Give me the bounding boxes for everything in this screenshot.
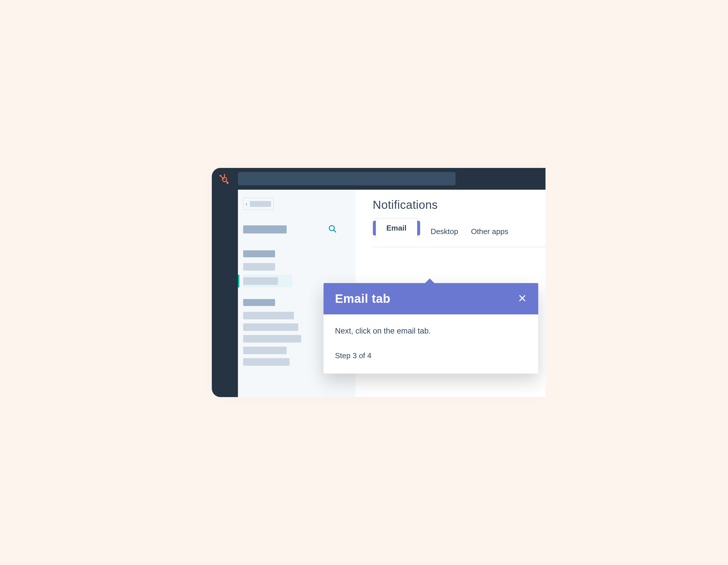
sidebar-item[interactable] bbox=[243, 312, 294, 319]
tab-email[interactable]: Email bbox=[376, 218, 417, 238]
page-title: Notifications bbox=[373, 199, 545, 212]
tab-other-apps[interactable]: Other apps bbox=[469, 221, 511, 243]
sidebar-item[interactable] bbox=[243, 346, 287, 354]
coachmark-text: Next, click on the email tab. bbox=[335, 326, 527, 335]
coachmark-step: Step 3 of 4 bbox=[335, 351, 527, 360]
sidebar-group-label bbox=[243, 299, 275, 306]
search-icon[interactable] bbox=[328, 225, 337, 234]
svg-line-8 bbox=[333, 230, 336, 232]
sidebar-item-label-placeholder bbox=[243, 277, 278, 285]
back-button[interactable]: ‹ bbox=[243, 198, 274, 210]
sidebar-search-row bbox=[243, 225, 348, 234]
sidebar-group-1 bbox=[243, 250, 348, 287]
close-icon[interactable] bbox=[518, 294, 527, 304]
back-label-placeholder bbox=[250, 201, 271, 207]
coachmark-title: Email tab bbox=[335, 292, 391, 306]
topbar bbox=[212, 168, 545, 190]
chevron-left-icon: ‹ bbox=[246, 201, 248, 207]
tab-desktop[interactable]: Desktop bbox=[428, 221, 460, 243]
sidebar-item[interactable] bbox=[243, 323, 298, 331]
sidebar-group-label bbox=[243, 250, 275, 257]
coachmark-header: Email tab bbox=[324, 283, 538, 314]
tabs-underline bbox=[373, 247, 545, 247]
tabs-row: Email Desktop Other apps bbox=[373, 221, 545, 243]
sidebar-item[interactable] bbox=[243, 335, 301, 342]
coachmark: Email tab Next, click on the email tab. … bbox=[324, 283, 538, 373]
active-indicator bbox=[238, 275, 239, 287]
tab-email-highlight: Email bbox=[373, 221, 420, 236]
sidebar-item[interactable] bbox=[243, 263, 275, 271]
stage: ‹ bbox=[183, 142, 545, 423]
hubspot-logo-icon bbox=[218, 174, 229, 185]
svg-point-6 bbox=[227, 182, 228, 183]
sidebar-heading-placeholder bbox=[243, 225, 287, 234]
sidebar-item[interactable] bbox=[243, 358, 290, 366]
coachmark-body: Next, click on the email tab. Step 3 of … bbox=[324, 314, 538, 373]
topbar-search-placeholder[interactable] bbox=[238, 172, 456, 185]
chrome-left-rail bbox=[212, 168, 238, 397]
coachmark-arrow bbox=[424, 279, 435, 283]
app-window: ‹ bbox=[212, 168, 545, 397]
